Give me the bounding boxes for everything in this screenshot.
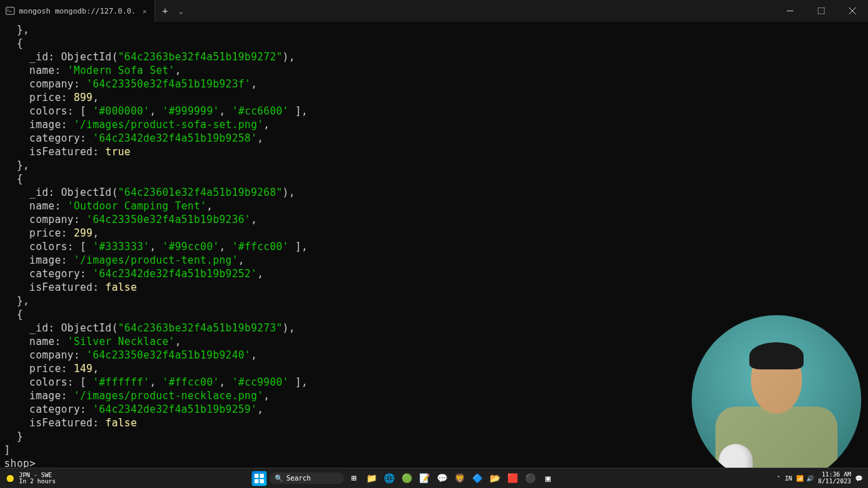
- vscode-icon[interactable]: 🔷: [470, 471, 485, 486]
- start-button[interactable]: [252, 471, 267, 486]
- tab-strip: mongosh mongodb://127.0.0. ✕ + ⌄: [0, 0, 187, 22]
- taskbar-clock[interactable]: 11:36 AM 8/11/2023: [818, 472, 851, 485]
- obs-icon[interactable]: ⚫: [523, 471, 538, 486]
- minimize-button[interactable]: [774, 0, 806, 22]
- system-tray[interactable]: 📶 🔊: [796, 475, 814, 482]
- wifi-icon: 📶: [796, 475, 804, 482]
- svg-rect-8: [260, 479, 264, 483]
- taskbar-weather-widget[interactable]: JPN - SWE In 2 hours: [4, 472, 56, 485]
- svg-rect-2: [818, 7, 825, 14]
- explorer-icon[interactable]: 📁: [364, 471, 379, 486]
- edge-icon[interactable]: 🌐: [382, 471, 397, 486]
- window-controls: [774, 0, 868, 22]
- svg-rect-5: [254, 474, 258, 478]
- terminal-icon: [5, 6, 15, 16]
- whatsapp-icon[interactable]: 💬: [435, 471, 450, 486]
- tab-dropdown-icon[interactable]: ⌄: [175, 7, 187, 15]
- tab-title: mongosh mongodb://127.0.0.: [19, 7, 136, 16]
- language-indicator[interactable]: IN: [785, 475, 792, 482]
- notifications-icon[interactable]: 💬: [855, 475, 863, 482]
- clock-date: 8/11/2023: [818, 479, 851, 485]
- taskbar-center: 🔍 Search ⊞ 📁 🌐 🟢 📝 💬 🦁 🔷 📂 🟥 ⚫ ▣: [252, 471, 555, 486]
- presenter-silhouette: [692, 315, 861, 485]
- search-icon: 🔍: [275, 474, 283, 482]
- tray-chevron-icon[interactable]: ˄: [777, 475, 781, 482]
- svg-rect-0: [6, 7, 14, 15]
- task-view-icon[interactable]: ⊞: [347, 471, 361, 486]
- search-placeholder: Search: [286, 474, 311, 482]
- windows-taskbar: JPN - SWE In 2 hours 🔍 Search ⊞ 📁 🌐 🟢 📝 …: [0, 468, 868, 488]
- notion-icon[interactable]: 📝: [417, 471, 432, 486]
- svg-rect-6: [260, 474, 264, 478]
- new-tab-button[interactable]: +: [155, 5, 174, 16]
- maximize-button[interactable]: [806, 0, 837, 22]
- brave-icon[interactable]: 🦁: [452, 471, 467, 486]
- volume-icon: 🔊: [806, 475, 814, 482]
- terminal-app-icon[interactable]: ▣: [540, 471, 555, 486]
- close-button[interactable]: [837, 0, 868, 22]
- close-tab-icon[interactable]: ✕: [140, 6, 149, 16]
- chrome-icon[interactable]: 🟢: [399, 471, 414, 486]
- window-titlebar: mongosh mongodb://127.0.0. ✕ + ⌄: [0, 0, 868, 22]
- weather-line-2: In 2 hours: [19, 479, 56, 485]
- terminal-tab[interactable]: mongosh mongodb://127.0.0. ✕: [0, 0, 155, 22]
- svg-rect-7: [254, 479, 258, 483]
- taskbar-search[interactable]: 🔍 Search: [269, 472, 344, 484]
- powerpoint-icon[interactable]: 🟥: [505, 471, 520, 486]
- weather-icon: [4, 472, 16, 485]
- webcam-overlay: [692, 315, 861, 485]
- folder-icon[interactable]: 📂: [488, 471, 502, 486]
